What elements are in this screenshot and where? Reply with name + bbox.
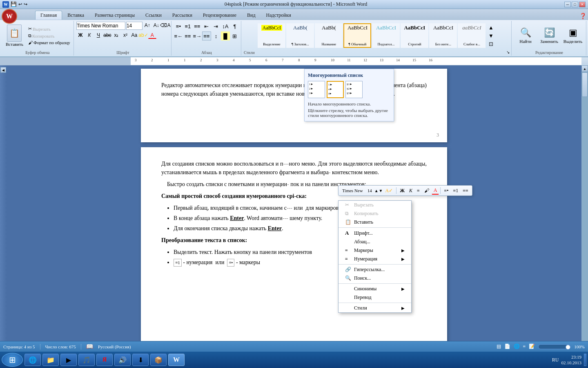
select-button[interactable]: ▣ Выделить bbox=[561, 24, 584, 47]
show-desktop-btn[interactable] bbox=[584, 354, 586, 366]
paste-button[interactable]: 📋 Вставить bbox=[3, 24, 26, 47]
scroll-thumb[interactable] bbox=[582, 72, 588, 97]
subscript-btn[interactable]: x₂ bbox=[112, 31, 120, 39]
tab-layout[interactable]: Разметка страницы bbox=[89, 11, 140, 20]
copy-button[interactable]: ⧉ Копировать bbox=[27, 33, 72, 39]
scroll-up-btn[interactable]: ▲ bbox=[581, 65, 588, 72]
mini-highlight-btn[interactable]: A✓ bbox=[383, 187, 395, 195]
undo-btn[interactable]: ↩ bbox=[18, 2, 22, 7]
doc-area[interactable]: Многоуровневый список 1►2►3► 1►a►i► §1►§… bbox=[7, 65, 581, 358]
ie-taskbar[interactable]: 🌐 bbox=[24, 354, 41, 366]
font-color-btn[interactable]: А bbox=[148, 31, 156, 39]
view-reading-btn[interactable]: 📄 bbox=[504, 343, 510, 350]
style-heading1[interactable]: AaBb( ¶ Заголов... bbox=[286, 23, 314, 48]
tab-mailings[interactable]: Рассылки bbox=[167, 11, 198, 20]
mini-fontcolor-btn[interactable]: А bbox=[432, 186, 439, 195]
strikethrough-btn[interactable]: abc bbox=[103, 31, 111, 39]
list-preview-3[interactable]: §1►§2►§3► bbox=[345, 81, 363, 98]
shading-btn[interactable]: █ bbox=[221, 31, 230, 40]
multilevel-btn[interactable]: ≡≡ bbox=[193, 22, 202, 31]
redo-btn[interactable]: ↪ bbox=[24, 2, 27, 7]
style-normal[interactable]: AaBbCcI ¶ Обычный bbox=[343, 23, 371, 48]
word-taskbar[interactable]: W bbox=[168, 354, 185, 366]
tab-home[interactable]: Главная bbox=[35, 11, 62, 20]
tab-addins[interactable]: Надстройки bbox=[261, 11, 297, 20]
shrink-font-btn[interactable]: A↓ bbox=[152, 22, 160, 29]
line-spacing-btn[interactable]: ↕ bbox=[212, 31, 220, 40]
tab-insert[interactable]: Вставка bbox=[62, 11, 89, 20]
ctx-numbering[interactable]: ≡ Нумерация ▶ bbox=[339, 255, 411, 263]
style-subtle[interactable]: aaBbCcI Слабое в... bbox=[458, 23, 486, 48]
mini-align-btn[interactable]: ≡ bbox=[415, 187, 422, 195]
mini-italic-btn[interactable]: К bbox=[407, 187, 414, 195]
mini-indent-btn[interactable]: ≡≡ bbox=[461, 187, 470, 195]
increase-indent-btn[interactable]: ⇥ bbox=[212, 22, 220, 31]
font-name-input[interactable] bbox=[76, 22, 125, 30]
superscript-btn[interactable]: x² bbox=[121, 31, 129, 39]
unknown-taskbar[interactable]: 📦 bbox=[150, 354, 167, 366]
close-btn[interactable]: ✕ bbox=[579, 2, 586, 7]
mini-bold-btn[interactable]: Ж bbox=[398, 187, 407, 195]
format-painter-button[interactable]: 🖌 Формат по образцу bbox=[27, 40, 72, 45]
mini-font-name[interactable]: Times New bbox=[340, 187, 365, 194]
office-button[interactable]: W bbox=[2, 9, 17, 24]
winamp-taskbar[interactable]: 🎵 bbox=[78, 354, 95, 366]
ctx-translate[interactable]: Перевод bbox=[339, 293, 411, 302]
view-outline-btn[interactable]: ≡ bbox=[523, 343, 526, 350]
zoom-slider[interactable] bbox=[538, 344, 571, 349]
align-center-btn[interactable]: ≡≡ bbox=[183, 31, 192, 40]
ctx-cut[interactable]: ✂ Вырезать bbox=[339, 201, 411, 209]
left-panel-btn[interactable]: ◄ bbox=[0, 67, 6, 73]
mini-font-size[interactable]: 14 bbox=[365, 187, 374, 194]
highlight-btn[interactable]: ab✓ bbox=[139, 31, 147, 39]
underline-btn[interactable]: Ч bbox=[94, 31, 102, 39]
help-btn[interactable]: ❓ bbox=[579, 13, 586, 20]
view-draft-btn[interactable]: 📝 bbox=[529, 343, 535, 350]
list-preview-2[interactable]: 1►a►i► bbox=[327, 81, 344, 98]
align-left-btn[interactable]: ≡← bbox=[174, 31, 183, 40]
minimize-btn[interactable]: ─ bbox=[564, 2, 571, 7]
replace-button[interactable]: 🔄 Заменить bbox=[538, 24, 561, 47]
lang-tray[interactable]: RU bbox=[552, 357, 559, 363]
tab-review[interactable]: Рецензирование bbox=[198, 11, 242, 20]
speaker-taskbar[interactable]: 🔊 bbox=[114, 354, 131, 366]
style-subtitle[interactable]: AaBbCcI Подзагол... bbox=[372, 23, 400, 48]
explorer-taskbar[interactable]: 📁 bbox=[42, 354, 59, 366]
tab-references[interactable]: Ссылки bbox=[140, 11, 167, 20]
font-size-input[interactable] bbox=[126, 22, 143, 30]
borders-btn[interactable]: ⊞ bbox=[230, 31, 239, 40]
show-formatting-btn[interactable]: ¶ bbox=[230, 22, 239, 31]
view-web-btn[interactable]: 🌐 bbox=[514, 343, 520, 350]
scroll-track[interactable] bbox=[581, 72, 588, 352]
clear-format-btn[interactable]: ⌫A bbox=[161, 22, 169, 29]
mini-paint-btn[interactable]: 🖌 bbox=[422, 187, 431, 195]
find-button[interactable]: 🔍 Найти bbox=[514, 24, 537, 47]
align-right-btn[interactable]: ≡→ bbox=[193, 31, 202, 40]
styles-more-btn[interactable]: ⊡ bbox=[486, 40, 495, 48]
italic-btn[interactable]: К bbox=[85, 31, 94, 39]
sort-btn[interactable]: ↕A bbox=[221, 22, 230, 31]
ctx-bullets[interactable]: ≡ Маркеры ▶ bbox=[339, 246, 411, 255]
ctx-copy[interactable]: ⧉ Копировать bbox=[339, 209, 411, 218]
bullets-btn[interactable]: ≡• bbox=[174, 22, 183, 31]
start-button[interactable]: ⊞ bbox=[2, 353, 23, 367]
list-preview-1[interactable]: 1►2►3► bbox=[308, 81, 325, 98]
styles-down-btn[interactable]: ▼ bbox=[486, 31, 495, 40]
decrease-indent-btn[interactable]: ⇤ bbox=[202, 22, 211, 31]
style-highlight[interactable]: AaBbCcI Выделение bbox=[258, 23, 285, 48]
tooltip-link[interactable]: Щёлкните стрелку, чтобы выбрать другие с… bbox=[308, 108, 390, 118]
ctx-hyperlink[interactable]: 🔗 Гиперссылка... bbox=[339, 265, 411, 274]
ctx-paragraph[interactable]: Абзац... bbox=[339, 238, 411, 246]
style-title[interactable]: AaBb( Название bbox=[315, 23, 343, 48]
restore-btn[interactable]: □ bbox=[572, 2, 578, 7]
zoom-thumb[interactable] bbox=[566, 345, 570, 350]
ctx-search[interactable]: 🔍 Поиск... bbox=[339, 274, 411, 283]
ctx-styles[interactable]: Стили ▶ bbox=[339, 304, 411, 312]
ctx-synonyms[interactable]: Синонимы ▶ bbox=[339, 285, 411, 293]
mini-bullets-btn[interactable]: ≡• bbox=[442, 187, 450, 195]
bold-btn[interactable]: Ж bbox=[76, 31, 85, 39]
grow-font-btn[interactable]: A↑ bbox=[143, 22, 151, 29]
view-normal-btn[interactable]: ▤ bbox=[497, 343, 501, 350]
cut-button[interactable]: ✂ Вырезать bbox=[27, 26, 72, 32]
tab-view[interactable]: Вид bbox=[242, 11, 261, 20]
